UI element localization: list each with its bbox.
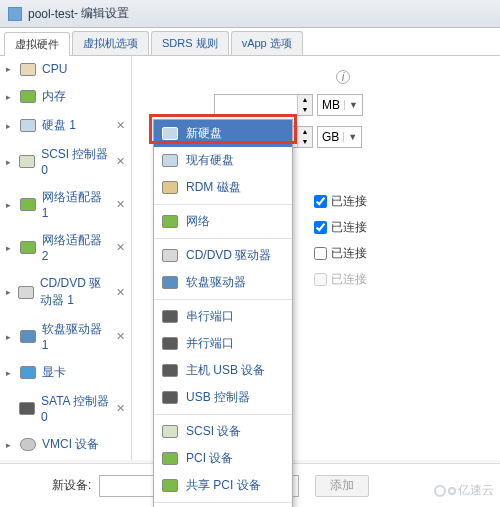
new-device-label: 新设备: — [52, 477, 91, 494]
expand-icon[interactable]: ▸ — [6, 332, 14, 342]
hw-item[interactable]: ▸CPU — [0, 56, 131, 82]
hw-label: 内存 — [42, 88, 66, 105]
i-hdd-icon — [162, 127, 178, 140]
menu-label: 现有硬盘 — [186, 152, 234, 169]
expand-icon[interactable]: ▸ — [6, 157, 13, 167]
hw-item[interactable]: ▸内存 — [0, 82, 131, 111]
menu-item[interactable]: 共享 PCI 设备 — [154, 472, 292, 499]
menu-label: 网络 — [186, 213, 210, 230]
memory-input[interactable]: ▲▼ — [214, 94, 313, 116]
expand-icon[interactable]: ▸ — [6, 92, 14, 102]
hw-item[interactable]: ▸网络适配器 1✕ — [0, 183, 131, 226]
hardware-sidebar: ▸CPU▸内存▸硬盘 1✕▸SCSI 控制器 0✕▸网络适配器 1✕▸网络适配器… — [0, 56, 132, 460]
i-sata-icon — [19, 402, 35, 415]
hw-item[interactable]: SATA 控制器 0✕ — [0, 387, 131, 430]
remove-icon[interactable]: ✕ — [116, 198, 125, 211]
hw-item[interactable]: ▸显卡 — [0, 358, 131, 387]
menu-item[interactable]: 主机 USB 设备 — [154, 357, 292, 384]
connect-row-4: 已连接 — [314, 268, 492, 290]
menu-item[interactable]: USB 控制器 — [154, 384, 292, 411]
connect-row-1: 已连接 — [314, 190, 492, 212]
hw-label: 软盘驱动器 1 — [42, 321, 110, 352]
tab-vm-options[interactable]: 虚拟机选项 — [72, 31, 149, 55]
separator — [154, 414, 292, 415]
i-net-icon — [20, 241, 36, 254]
menu-item[interactable]: 软盘驱动器 — [154, 269, 292, 296]
connect-checkbox[interactable] — [314, 195, 327, 208]
tab-sdrs-rules[interactable]: SDRS 规则 — [151, 31, 229, 55]
connect-checkbox[interactable] — [314, 221, 327, 234]
remove-icon[interactable]: ✕ — [116, 402, 125, 415]
remove-icon[interactable]: ✕ — [116, 286, 125, 299]
menu-item[interactable]: 并行端口 — [154, 330, 292, 357]
i-vmci-icon — [20, 438, 36, 451]
menu-label: USB 控制器 — [186, 389, 250, 406]
menu-item[interactable]: SCSI 设备 — [154, 418, 292, 445]
tab-virtual-hardware[interactable]: 虚拟硬件 — [4, 32, 70, 56]
i-mem-icon — [20, 90, 36, 103]
i-cd-icon — [162, 249, 178, 262]
spin-down[interactable]: ▼ — [298, 137, 312, 147]
menu-item[interactable]: RDM 磁盘 — [154, 174, 292, 201]
info-icon[interactable]: i — [336, 70, 350, 84]
expand-icon[interactable]: ▸ — [6, 200, 14, 210]
menu-item[interactable]: 新硬盘 — [154, 120, 292, 147]
connect-checkbox[interactable] — [314, 247, 327, 260]
expand-icon[interactable]: ▸ — [6, 287, 12, 297]
i-usb-icon — [162, 364, 178, 377]
expand-icon[interactable]: ▸ — [6, 440, 14, 450]
disk-unit-select[interactable]: GB▼ — [317, 126, 362, 148]
menu-label: CD/DVD 驱动器 — [186, 247, 271, 264]
connect-row-2: 已连接 — [314, 216, 492, 238]
hw-item[interactable]: ▸网络适配器 2✕ — [0, 226, 131, 269]
spin-down[interactable]: ▼ — [298, 105, 312, 115]
remove-icon[interactable]: ✕ — [116, 119, 125, 132]
hw-item[interactable]: ▸其他设备 — [0, 459, 131, 460]
menu-item[interactable]: 现有硬盘 — [154, 147, 292, 174]
memory-unit-select[interactable]: MB▼ — [317, 94, 363, 116]
remove-icon[interactable]: ✕ — [116, 330, 125, 343]
hw-item[interactable]: ▸VMCI 设备 — [0, 430, 131, 459]
menu-item[interactable]: PCI 设备 — [154, 445, 292, 472]
menu-label: RDM 磁盘 — [186, 179, 241, 196]
menu-item[interactable]: 串行端口 — [154, 303, 292, 330]
connect-row-3: 已连接 — [314, 242, 492, 264]
add-button[interactable]: 添加 — [315, 475, 369, 497]
hw-item[interactable]: ▸CD/DVD 驱动器 1✕ — [0, 269, 131, 315]
connect-checkbox — [314, 273, 327, 286]
separator — [154, 204, 292, 205]
tab-vapp-options[interactable]: vApp 选项 — [231, 31, 303, 55]
menu-label: 并行端口 — [186, 335, 234, 352]
i-net-icon — [20, 198, 36, 211]
menu-item[interactable]: CD/DVD 驱动器 — [154, 242, 292, 269]
expand-icon[interactable]: ▸ — [6, 243, 14, 253]
spin-up[interactable]: ▲ — [298, 127, 312, 137]
hw-label: 显卡 — [42, 364, 66, 381]
watermark: 亿速云 — [434, 482, 494, 499]
hw-label: VMCI 设备 — [42, 436, 99, 453]
expand-icon[interactable]: ▸ — [6, 368, 14, 378]
remove-icon[interactable]: ✕ — [116, 241, 125, 254]
menu-item[interactable]: 网络 — [154, 208, 292, 235]
remove-icon[interactable]: ✕ — [116, 155, 125, 168]
spin-up[interactable]: ▲ — [298, 95, 312, 105]
i-hdd-icon — [20, 119, 36, 132]
new-device-menu[interactable]: 新硬盘现有硬盘RDM 磁盘网络CD/DVD 驱动器软盘驱动器串行端口并行端口主机… — [153, 119, 293, 507]
i-pci-icon — [162, 452, 178, 465]
memory-field[interactable] — [215, 95, 297, 115]
menu-label: 串行端口 — [186, 308, 234, 325]
expand-icon[interactable]: ▸ — [6, 64, 14, 74]
i-hdd-icon — [162, 154, 178, 167]
i-floppy-icon — [162, 276, 178, 289]
title-bar: pool-test - 编辑设置 — [0, 0, 500, 28]
i-cd-icon — [18, 286, 34, 299]
hw-item[interactable]: ▸软盘驱动器 1✕ — [0, 315, 131, 358]
hw-label: SATA 控制器 0 — [41, 393, 110, 424]
expand-icon[interactable]: ▸ — [6, 121, 14, 131]
menu-label: 软盘驱动器 — [186, 274, 246, 291]
hw-item[interactable]: ▸SCSI 控制器 0✕ — [0, 140, 131, 183]
hw-label: CD/DVD 驱动器 1 — [40, 275, 110, 309]
vm-name: pool-test — [28, 7, 74, 21]
menu-label: SCSI 设备 — [186, 423, 241, 440]
hw-item[interactable]: ▸硬盘 1✕ — [0, 111, 131, 140]
